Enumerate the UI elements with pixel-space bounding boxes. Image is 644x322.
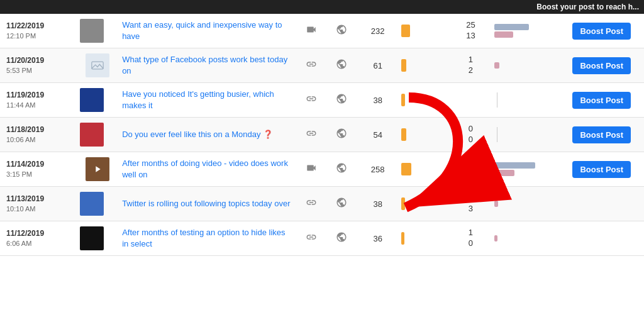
post-engagement-bar-cell: [492, 187, 560, 221]
table-row: 11/20/2019 5:53 PM What type of Facebook…: [0, 48, 644, 83]
post-reach-bar-cell: [399, 83, 450, 118]
post-title-cell[interactable]: Want an easy, quick and inexpensive way …: [118, 14, 296, 48]
post-time: 10:10 AM: [6, 204, 72, 214]
post-engagement-cell: [450, 83, 492, 118]
post-thumbnail-cell: [76, 118, 118, 152]
post-date-cell: 11/14/2019 3:15 PM: [0, 152, 76, 187]
post-date-cell: 11/20/2019 5:53 PM: [0, 48, 76, 83]
post-date: 11/19/2019: [6, 90, 72, 101]
post-reach-cell: 258: [357, 152, 399, 187]
post-title[interactable]: Have you noticed It's getting busier, wh…: [122, 89, 274, 110]
post-engagement-bar-cell: [492, 83, 560, 118]
post-audience-icon-cell: [326, 187, 357, 221]
post-title-cell[interactable]: Have you noticed It's getting busier, wh…: [118, 83, 296, 118]
post-title-cell[interactable]: After months of testing an option to hid…: [118, 221, 296, 256]
post-title[interactable]: After months of doing video - video does…: [122, 158, 288, 179]
post-date: 11/14/2019: [6, 159, 72, 170]
post-boost-cell[interactable]: Boost Post: [560, 48, 644, 83]
post-type-icon-cell: [296, 152, 326, 187]
post-reach-bar-cell: [399, 221, 450, 256]
post-engagement-cell: 03: [450, 187, 492, 221]
table-row: 11/22/2019 12:10 PM Want an easy, quick …: [0, 14, 644, 48]
post-audience-icon-cell: [326, 14, 357, 48]
post-reach-bar-cell: [399, 14, 450, 48]
post-time: 3:15 PM: [6, 170, 72, 179]
boost-post-button[interactable]: Boost Post: [572, 23, 631, 40]
post-engagement-cell: 00: [450, 118, 492, 152]
post-thumbnail-cell: [76, 152, 118, 187]
post-type-icon-cell: [296, 118, 326, 152]
post-time: 10:06 AM: [6, 135, 72, 145]
post-title-cell[interactable]: What type of Facebook posts work best to…: [118, 48, 296, 83]
table-row: 11/13/2019 10:10 AM Twitter is rolling o…: [0, 187, 644, 221]
post-title-cell[interactable]: Do you ever feel like this on a Monday ❓: [118, 118, 296, 152]
post-title-cell[interactable]: Twitter is rolling out following topics …: [118, 187, 296, 221]
table-row: 11/12/2019 6:06 AM After months of testi…: [0, 221, 644, 256]
post-reach-bar-cell: [399, 152, 450, 187]
table-row: 11/18/2019 10:06 AM Do you ever feel lik…: [0, 118, 644, 152]
post-audience-icon-cell: [326, 48, 357, 83]
post-reach-cell: 232: [357, 14, 399, 48]
post-type-icon-cell: [296, 14, 326, 48]
post-date: 11/18/2019: [6, 125, 72, 135]
post-boost-cell[interactable]: Boost Post: [560, 152, 644, 187]
post-engagement-cell: 2513: [450, 14, 492, 48]
post-title[interactable]: Do you ever feel like this on a Monday ❓: [122, 130, 273, 139]
post-thumbnail-cell: [76, 14, 118, 48]
post-engagement-bar-cell: [492, 118, 560, 152]
post-boost-cell: [560, 221, 644, 256]
boost-post-button[interactable]: Boost Post: [572, 161, 631, 178]
post-reach-bar-cell: [399, 118, 450, 152]
post-reach-cell: 38: [357, 187, 399, 221]
post-thumbnail-cell: [76, 221, 118, 256]
post-audience-icon-cell: [326, 83, 357, 118]
top-banner: Boost your post to reach h...: [0, 0, 644, 14]
posts-table: 11/22/2019 12:10 PM Want an easy, quick …: [0, 14, 644, 256]
post-boost-cell: [560, 187, 644, 221]
post-boost-cell[interactable]: Boost Post: [560, 118, 644, 152]
post-time: 11:44 AM: [6, 101, 72, 110]
post-audience-icon-cell: [326, 118, 357, 152]
boost-post-button[interactable]: Boost Post: [572, 126, 631, 143]
post-type-icon-cell: [296, 221, 326, 256]
post-engagement-cell: 12: [450, 48, 492, 83]
post-thumbnail-cell: [76, 187, 118, 221]
post-title[interactable]: Want an easy, quick and inexpensive way …: [122, 20, 282, 41]
post-date: 11/22/2019: [6, 21, 72, 31]
post-title-cell[interactable]: After months of doing video - video does…: [118, 152, 296, 187]
post-date-cell: 11/22/2019 12:10 PM: [0, 14, 76, 48]
post-title[interactable]: After months of testing an option to hid…: [122, 228, 285, 248]
post-date-cell: 11/18/2019 10:06 AM: [0, 118, 76, 152]
post-time: 6:06 AM: [6, 239, 72, 248]
post-date-cell: 11/12/2019 6:06 AM: [0, 221, 76, 256]
post-reach-cell: 38: [357, 83, 399, 118]
boost-post-button[interactable]: Boost Post: [572, 57, 631, 74]
post-date: 11/12/2019: [6, 228, 72, 239]
post-engagement-bar-cell: [492, 152, 560, 187]
post-date-cell: 11/19/2019 11:44 AM: [0, 83, 76, 118]
post-date: 11/20/2019: [6, 55, 72, 66]
post-date: 11/13/2019: [6, 194, 72, 204]
post-title[interactable]: Twitter is rolling out following topics …: [122, 199, 290, 208]
post-audience-icon-cell: [326, 221, 357, 256]
post-engagement-bar-cell: [492, 14, 560, 48]
post-boost-cell[interactable]: Boost Post: [560, 83, 644, 118]
post-thumbnail-cell: [76, 48, 118, 83]
post-date-cell: 11/13/2019 10:10 AM: [0, 187, 76, 221]
post-reach-cell: 36: [357, 221, 399, 256]
post-engagement-cell: 10: [450, 221, 492, 256]
table-row: 11/19/2019 11:44 AM Have you noticed It'…: [0, 83, 644, 118]
post-audience-icon-cell: [326, 152, 357, 187]
post-type-icon-cell: [296, 83, 326, 118]
table-row: 11/14/2019 3:15 PM After months of doing…: [0, 152, 644, 187]
post-type-icon-cell: [296, 48, 326, 83]
post-time: 12:10 PM: [6, 31, 72, 41]
post-reach-bar-cell: [399, 48, 450, 83]
post-engagement-bar-cell: [492, 221, 560, 256]
post-title[interactable]: What type of Facebook posts work best to…: [122, 55, 287, 75]
boost-post-button[interactable]: Boost Post: [572, 92, 631, 109]
post-engagement-bar-cell: [492, 48, 560, 83]
post-boost-cell[interactable]: Boost Post: [560, 14, 644, 48]
post-engagement-cell: 6127: [450, 152, 492, 187]
svg-rect-0: [91, 62, 103, 69]
